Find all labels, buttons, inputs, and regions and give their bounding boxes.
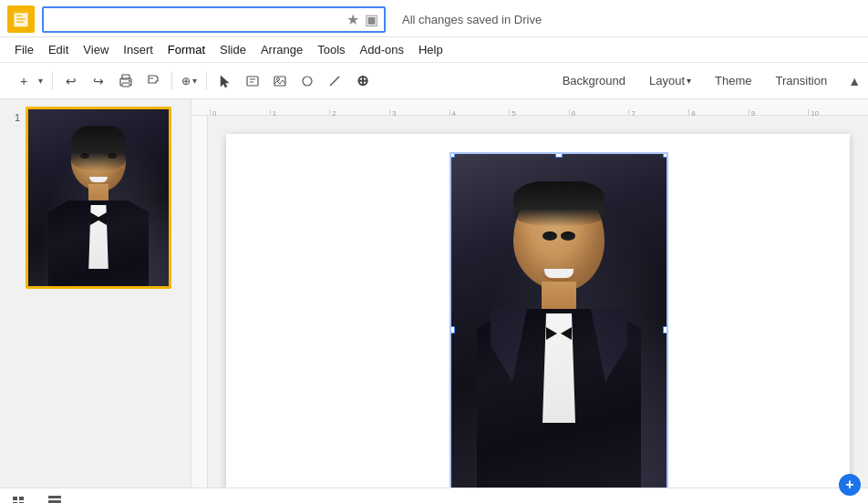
ruler-mark: 9 bbox=[749, 109, 809, 115]
svg-rect-18 bbox=[19, 497, 24, 500]
list-view-button[interactable] bbox=[7, 490, 29, 504]
ruler-mark: 2 bbox=[329, 109, 389, 115]
resize-handle-mid-left[interactable] bbox=[450, 326, 455, 334]
menu-edit[interactable]: Edit bbox=[41, 39, 76, 60]
portrait-teeth bbox=[544, 269, 574, 278]
slide-thumbnail-1[interactable] bbox=[26, 107, 171, 289]
thumb-hair bbox=[71, 126, 126, 171]
ruler-mark: 8 bbox=[688, 109, 749, 115]
slide-number-1: 1 bbox=[7, 112, 20, 123]
title-bar: Contoh Convert PDF dengan Google Slides … bbox=[0, 0, 868, 37]
svg-rect-2 bbox=[16, 15, 23, 16]
toolbar-right: Background Layout ▾ Theme Transition ▲ bbox=[553, 69, 861, 92]
zoom-in-button[interactable]: + bbox=[839, 474, 861, 496]
image-tool[interactable] bbox=[267, 68, 293, 94]
thumb-eye-r bbox=[108, 153, 117, 159]
ruler-mark: 4 bbox=[450, 109, 510, 115]
svg-rect-7 bbox=[122, 83, 129, 87]
resize-handle-top-left[interactable] bbox=[450, 152, 455, 158]
app-icon bbox=[7, 5, 35, 33]
portrait-eye-right bbox=[561, 231, 575, 241]
menu-slide[interactable]: Slide bbox=[212, 39, 253, 60]
thumb-bowtie bbox=[90, 212, 107, 221]
person-portrait bbox=[451, 154, 666, 488]
ruler-mark: 7 bbox=[628, 109, 688, 115]
add-button[interactable]: + bbox=[11, 68, 36, 94]
menu-view[interactable]: View bbox=[76, 39, 116, 60]
menu-bar: File Edit View Insert Format Slide Arran… bbox=[0, 37, 868, 63]
paint-format-button[interactable] bbox=[140, 68, 166, 94]
thumbnail-portrait bbox=[28, 109, 169, 286]
svg-point-14 bbox=[277, 77, 280, 80]
svg-rect-3 bbox=[16, 18, 26, 19]
menu-insert[interactable]: Insert bbox=[116, 39, 160, 60]
svg-rect-4 bbox=[16, 22, 24, 23]
theme-button[interactable]: Theme bbox=[705, 69, 761, 92]
star-button[interactable]: ★ bbox=[346, 11, 359, 28]
resize-handle-top-center[interactable] bbox=[555, 152, 563, 158]
vertical-ruler bbox=[191, 116, 208, 488]
portrait-hair bbox=[513, 181, 604, 227]
portrait-eye-left bbox=[542, 231, 557, 241]
image-element[interactable] bbox=[450, 152, 668, 488]
document-title[interactable]: Contoh Convert PDF dengan Google Slides bbox=[49, 10, 341, 29]
svg-line-16 bbox=[330, 77, 339, 86]
line-tool[interactable] bbox=[322, 68, 347, 94]
slide-canvas[interactable] bbox=[226, 134, 850, 488]
menu-format[interactable]: Format bbox=[160, 39, 212, 60]
bottom-bar: + bbox=[0, 488, 868, 503]
svg-rect-10 bbox=[247, 77, 258, 86]
add-dropdown[interactable]: + ▾ bbox=[7, 68, 46, 94]
menu-arrange[interactable]: Arrange bbox=[253, 39, 310, 60]
separator-3 bbox=[206, 72, 207, 90]
folder-button[interactable]: ▣ bbox=[365, 11, 378, 28]
zoom-dropdown[interactable]: ⊕ ▾ bbox=[178, 75, 201, 87]
menu-file[interactable]: File bbox=[7, 39, 41, 60]
separator-1 bbox=[52, 72, 53, 90]
svg-rect-17 bbox=[13, 497, 17, 500]
horizontal-ruler: 0 1 2 3 4 5 6 7 8 9 10 bbox=[191, 99, 868, 116]
svg-point-8 bbox=[129, 80, 130, 82]
portrait-bowtie bbox=[546, 327, 572, 340]
shape-tool[interactable] bbox=[294, 68, 320, 94]
save-status: All changes saved in Drive bbox=[402, 13, 542, 26]
print-button[interactable] bbox=[113, 68, 139, 94]
undo-button[interactable]: ↩ bbox=[58, 68, 84, 94]
menu-addons[interactable]: Add-ons bbox=[353, 39, 411, 60]
ruler-mark: 0 bbox=[210, 109, 270, 115]
canvas-area: 0 1 2 3 4 5 6 7 8 9 10 bbox=[191, 99, 868, 488]
thumb-eye-l bbox=[80, 153, 89, 159]
ruler-marks: 0 1 2 3 4 5 6 7 8 9 10 bbox=[210, 99, 868, 115]
ruler-mark: 3 bbox=[389, 109, 450, 115]
menu-help[interactable]: Help bbox=[411, 39, 450, 60]
svg-rect-22 bbox=[48, 500, 61, 503]
background-button[interactable]: Background bbox=[553, 69, 636, 92]
ruler-mark: 6 bbox=[569, 109, 629, 115]
portrait-head bbox=[513, 181, 604, 291]
resize-handle-mid-right[interactable] bbox=[663, 326, 668, 334]
more-tool[interactable]: ⊕ bbox=[349, 68, 375, 94]
title-wrapper[interactable]: Contoh Convert PDF dengan Google Slides … bbox=[42, 6, 386, 33]
slide-1-wrapper: 1 bbox=[7, 107, 183, 289]
layout-button[interactable]: Layout ▾ bbox=[639, 69, 701, 92]
grid-view-button[interactable] bbox=[44, 490, 66, 504]
resize-handle-top-right[interactable] bbox=[663, 152, 668, 158]
textbox-tool[interactable] bbox=[240, 68, 265, 94]
collapse-button[interactable]: ▲ bbox=[848, 74, 861, 88]
svg-rect-21 bbox=[48, 496, 61, 498]
transition-button[interactable]: Transition bbox=[766, 69, 838, 92]
select-tool[interactable] bbox=[212, 68, 238, 94]
separator-2 bbox=[171, 72, 172, 90]
slides-panel: 1 bbox=[0, 99, 191, 488]
ruler-mark: 10 bbox=[808, 109, 868, 115]
toolbar: + ▾ ↩ ↪ ⊕ ▾ ⊕ Background Layout ▾ Theme … bbox=[0, 63, 868, 99]
svg-point-15 bbox=[303, 77, 312, 86]
main-content: 1 bbox=[0, 99, 868, 488]
menu-tools[interactable]: Tools bbox=[310, 39, 352, 60]
thumb-teeth bbox=[89, 177, 108, 182]
thumb-head bbox=[71, 126, 126, 191]
ruler-mark: 1 bbox=[270, 109, 330, 115]
ruler-mark: 5 bbox=[509, 109, 569, 115]
redo-button[interactable]: ↪ bbox=[86, 68, 111, 94]
